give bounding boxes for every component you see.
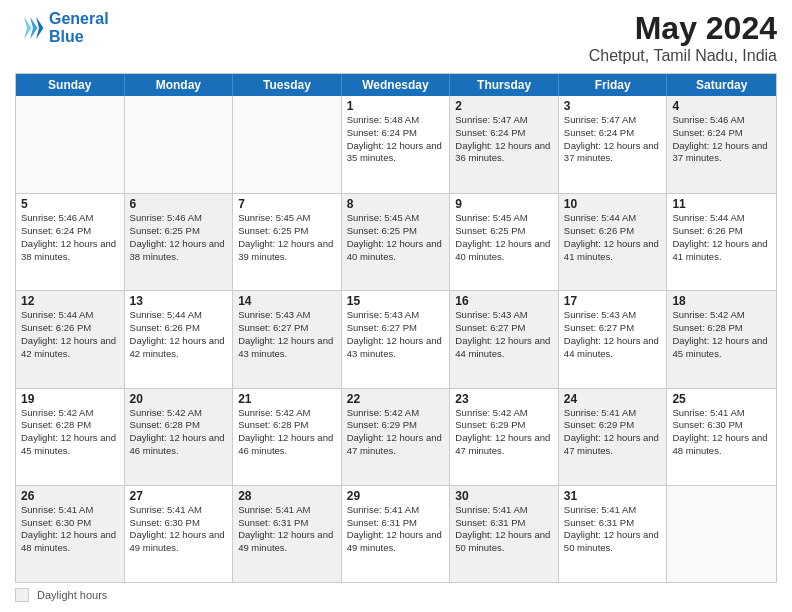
calendar-cell: 18Sunrise: 5:42 AM Sunset: 6:28 PM Dayli… [667,291,776,387]
main-title: May 2024 [589,10,777,47]
day-number: 19 [21,392,119,406]
day-info: Sunrise: 5:41 AM Sunset: 6:30 PM Dayligh… [21,504,119,555]
day-number: 11 [672,197,771,211]
day-number: 29 [347,489,445,503]
day-number: 9 [455,197,553,211]
legend-label: Daylight hours [37,589,107,601]
day-info: Sunrise: 5:42 AM Sunset: 6:29 PM Dayligh… [455,407,553,458]
day-number: 23 [455,392,553,406]
day-info: Sunrise: 5:42 AM Sunset: 6:28 PM Dayligh… [238,407,336,458]
weekday-header: Tuesday [233,74,342,96]
day-info: Sunrise: 5:42 AM Sunset: 6:28 PM Dayligh… [130,407,228,458]
weekday-header: Sunday [16,74,125,96]
subtitle: Chetput, Tamil Nadu, India [589,47,777,65]
day-info: Sunrise: 5:41 AM Sunset: 6:31 PM Dayligh… [347,504,445,555]
calendar-cell: 17Sunrise: 5:43 AM Sunset: 6:27 PM Dayli… [559,291,668,387]
calendar-cell: 15Sunrise: 5:43 AM Sunset: 6:27 PM Dayli… [342,291,451,387]
calendar-cell [125,96,234,193]
calendar-cell: 13Sunrise: 5:44 AM Sunset: 6:26 PM Dayli… [125,291,234,387]
calendar-cell: 27Sunrise: 5:41 AM Sunset: 6:30 PM Dayli… [125,486,234,582]
day-info: Sunrise: 5:43 AM Sunset: 6:27 PM Dayligh… [347,309,445,360]
day-info: Sunrise: 5:43 AM Sunset: 6:27 PM Dayligh… [564,309,662,360]
day-info: Sunrise: 5:43 AM Sunset: 6:27 PM Dayligh… [238,309,336,360]
day-number: 21 [238,392,336,406]
day-info: Sunrise: 5:42 AM Sunset: 6:28 PM Dayligh… [21,407,119,458]
header: General Blue May 2024 Chetput, Tamil Nad… [15,10,777,65]
calendar-cell: 14Sunrise: 5:43 AM Sunset: 6:27 PM Dayli… [233,291,342,387]
logo-line2: Blue [49,28,84,45]
calendar-row: 19Sunrise: 5:42 AM Sunset: 6:28 PM Dayli… [16,388,776,485]
day-info: Sunrise: 5:44 AM Sunset: 6:26 PM Dayligh… [130,309,228,360]
calendar: SundayMondayTuesdayWednesdayThursdayFrid… [15,73,777,583]
day-info: Sunrise: 5:46 AM Sunset: 6:24 PM Dayligh… [672,114,771,165]
footer: Daylight hours [15,588,777,602]
day-number: 3 [564,99,662,113]
day-info: Sunrise: 5:43 AM Sunset: 6:27 PM Dayligh… [455,309,553,360]
day-number: 15 [347,294,445,308]
svg-marker-2 [24,16,32,39]
calendar-cell: 9Sunrise: 5:45 AM Sunset: 6:25 PM Daylig… [450,194,559,290]
logo: General Blue [15,10,109,45]
weekday-header: Wednesday [342,74,451,96]
day-number: 5 [21,197,119,211]
day-number: 22 [347,392,445,406]
day-number: 17 [564,294,662,308]
legend-box [15,588,29,602]
day-info: Sunrise: 5:44 AM Sunset: 6:26 PM Dayligh… [21,309,119,360]
calendar-cell: 30Sunrise: 5:41 AM Sunset: 6:31 PM Dayli… [450,486,559,582]
day-info: Sunrise: 5:41 AM Sunset: 6:31 PM Dayligh… [455,504,553,555]
day-number: 8 [347,197,445,211]
day-number: 2 [455,99,553,113]
calendar-cell: 26Sunrise: 5:41 AM Sunset: 6:30 PM Dayli… [16,486,125,582]
day-number: 7 [238,197,336,211]
calendar-cell: 16Sunrise: 5:43 AM Sunset: 6:27 PM Dayli… [450,291,559,387]
day-number: 31 [564,489,662,503]
title-block: May 2024 Chetput, Tamil Nadu, India [589,10,777,65]
day-number: 20 [130,392,228,406]
page: General Blue May 2024 Chetput, Tamil Nad… [0,0,792,612]
day-number: 13 [130,294,228,308]
day-info: Sunrise: 5:45 AM Sunset: 6:25 PM Dayligh… [347,212,445,263]
calendar-cell [16,96,125,193]
day-number: 18 [672,294,771,308]
day-number: 28 [238,489,336,503]
calendar-cell [667,486,776,582]
calendar-cell: 3Sunrise: 5:47 AM Sunset: 6:24 PM Daylig… [559,96,668,193]
logo-icon [15,13,45,43]
logo-line1: General [49,10,109,27]
day-number: 14 [238,294,336,308]
calendar-body: 1Sunrise: 5:48 AM Sunset: 6:24 PM Daylig… [16,96,776,582]
calendar-cell: 2Sunrise: 5:47 AM Sunset: 6:24 PM Daylig… [450,96,559,193]
weekday-header: Monday [125,74,234,96]
day-info: Sunrise: 5:44 AM Sunset: 6:26 PM Dayligh… [672,212,771,263]
calendar-cell: 1Sunrise: 5:48 AM Sunset: 6:24 PM Daylig… [342,96,451,193]
day-number: 24 [564,392,662,406]
calendar-cell [233,96,342,193]
calendar-cell: 25Sunrise: 5:41 AM Sunset: 6:30 PM Dayli… [667,389,776,485]
calendar-row: 5Sunrise: 5:46 AM Sunset: 6:24 PM Daylig… [16,193,776,290]
weekday-header: Thursday [450,74,559,96]
weekday-header: Saturday [667,74,776,96]
logo-text: General Blue [49,10,109,45]
day-info: Sunrise: 5:48 AM Sunset: 6:24 PM Dayligh… [347,114,445,165]
calendar-cell: 7Sunrise: 5:45 AM Sunset: 6:25 PM Daylig… [233,194,342,290]
day-info: Sunrise: 5:41 AM Sunset: 6:29 PM Dayligh… [564,407,662,458]
calendar-cell: 31Sunrise: 5:41 AM Sunset: 6:31 PM Dayli… [559,486,668,582]
calendar-cell: 24Sunrise: 5:41 AM Sunset: 6:29 PM Dayli… [559,389,668,485]
calendar-cell: 19Sunrise: 5:42 AM Sunset: 6:28 PM Dayli… [16,389,125,485]
day-number: 26 [21,489,119,503]
day-info: Sunrise: 5:42 AM Sunset: 6:29 PM Dayligh… [347,407,445,458]
calendar-cell: 4Sunrise: 5:46 AM Sunset: 6:24 PM Daylig… [667,96,776,193]
calendar-cell: 8Sunrise: 5:45 AM Sunset: 6:25 PM Daylig… [342,194,451,290]
calendar-cell: 21Sunrise: 5:42 AM Sunset: 6:28 PM Dayli… [233,389,342,485]
day-info: Sunrise: 5:47 AM Sunset: 6:24 PM Dayligh… [564,114,662,165]
day-number: 30 [455,489,553,503]
calendar-row: 12Sunrise: 5:44 AM Sunset: 6:26 PM Dayli… [16,290,776,387]
calendar-cell: 20Sunrise: 5:42 AM Sunset: 6:28 PM Dayli… [125,389,234,485]
day-info: Sunrise: 5:44 AM Sunset: 6:26 PM Dayligh… [564,212,662,263]
calendar-cell: 28Sunrise: 5:41 AM Sunset: 6:31 PM Dayli… [233,486,342,582]
day-number: 25 [672,392,771,406]
calendar-row: 1Sunrise: 5:48 AM Sunset: 6:24 PM Daylig… [16,96,776,193]
day-number: 12 [21,294,119,308]
day-info: Sunrise: 5:45 AM Sunset: 6:25 PM Dayligh… [455,212,553,263]
